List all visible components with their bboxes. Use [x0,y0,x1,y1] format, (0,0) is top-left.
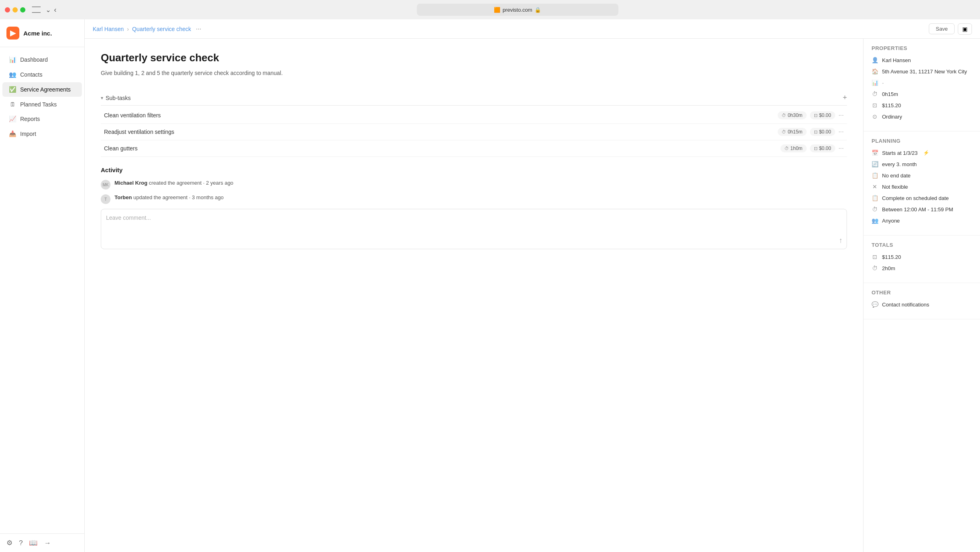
chevron-down-button[interactable]: ⌄ [46,6,51,14]
subtask-duration: 0h15m [788,129,803,135]
sidebar-item-contacts[interactable]: 👥 Contacts [2,67,82,82]
sidebar-item-planned-tasks[interactable]: 🗓 Planned Tasks [2,97,82,111]
breadcrumb-parent[interactable]: Karl Hansen [93,26,124,32]
avatar: MK [101,180,110,190]
activity-time: 3 months ago [192,194,224,200]
panel-toggle-button[interactable]: ▣ [958,23,972,35]
subtask-name: Readjust ventilation settings [104,129,774,135]
property-segment: 📊 - [872,79,972,86]
subtasks-label: ▾ Sub-tasks [101,95,131,101]
sidebar-toggle-icon[interactable] [32,6,41,13]
docs-button[interactable]: 📖 [29,539,37,547]
cost-icon: ⊡ [814,129,818,135]
sidebar-item-service-agreements[interactable]: ✅ Service Agreements [2,82,82,97]
minimize-button[interactable] [12,7,18,12]
table-row: Clean gutters ⏱ 1h0m ⊡ $0.00 ··· [101,140,847,157]
activity-user: Michael Krog [114,180,148,186]
task-title: Quarterly service check [101,52,847,64]
price-value: $115.20 [882,102,901,108]
activity-time: 2 years ago [206,180,233,186]
comment-box[interactable]: Leave comment... ↑ [101,209,847,249]
cost-icon: ⊡ [814,146,818,151]
planned-tasks-icon: 🗓 [9,101,16,108]
add-subtask-button[interactable]: + [843,94,847,102]
settings-button[interactable]: ⚙ [6,539,12,547]
end-date-value: No end date [882,173,911,179]
lock-icon: 🔒 [535,7,541,13]
subtask-more-button[interactable]: ··· [839,112,844,119]
contact-icon: 👤 [872,57,878,63]
traffic-lights [5,7,25,12]
totals-title: Totals [872,242,972,248]
totals-duration-value: 2h0m [882,265,895,271]
duration-icon: ⏱ [872,91,878,97]
reports-icon: 📈 [9,115,16,123]
priority-icon: ⊙ [872,113,878,120]
segment-value: - [882,80,884,86]
starts-value: Starts at 1/3/23 [882,150,918,156]
sidebar-item-reports[interactable]: 📈 Reports [2,112,82,126]
help-button[interactable]: ? [19,539,23,547]
comment-submit-button[interactable]: ↑ [839,236,843,245]
subtask-name: Clean gutters [104,145,777,152]
topbar: Karl Hansen › Quarterly service check ··… [85,19,980,39]
activity-action: created the agreement · [149,180,206,186]
activity-title: Activity [101,167,847,173]
logout-button[interactable]: → [44,539,51,547]
task-description: Give building 1, 2 and 5 the quarterly s… [101,69,847,77]
address-bar[interactable]: 🟧 previsto.com 🔒 [417,4,618,16]
totals-price-icon: ⊡ [872,254,878,260]
planning-end-date: 📋 No end date [872,172,972,179]
activity-user: Torben [114,194,132,200]
cost-icon: ⊡ [814,113,818,118]
planning-assignee: 👥 Anyone [872,217,972,224]
subtask-more-button[interactable]: ··· [839,128,844,135]
completion-value: Complete on scheduled date [882,195,949,201]
list-item: T Torben updated the agreement · 3 month… [101,194,847,204]
import-icon: 📥 [9,130,16,137]
contacts-icon: 👥 [9,71,16,78]
clock-icon: ⏱ [784,146,789,151]
sidebar-item-dashboard[interactable]: 📊 Dashboard [2,52,82,67]
end-date-icon: 📋 [872,172,878,179]
activity-text: Torben updated the agreement · 3 months … [114,194,224,200]
planning-section: Planning 📅 Starts at 1/3/23 ⚡ 🔄 every 3.… [863,131,980,235]
dashboard-icon: 📊 [9,56,16,63]
sidebar-item-import[interactable]: 📥 Import [2,127,82,141]
assignee-icon: 👥 [872,217,878,224]
totals-section: Totals ⊡ $115.20 ⏱ 2h0m [863,235,980,283]
logo-icon: ▶ [6,27,19,40]
address-text: previsto.com [503,7,533,13]
lightning-icon: ⚡ [923,150,929,156]
activity-action: updated the agreement · [133,194,192,200]
sidebar-nav: 📊 Dashboard 👥 Contacts ✅ Service Agreeme… [0,47,84,533]
totals-price: ⊡ $115.20 [872,254,972,260]
totals-price-value: $115.20 [882,254,901,260]
subtask-duration-badge: ⏱ 0h15m [778,128,807,136]
sidebar-bottom: ⚙ ? 📖 → [0,533,84,552]
subtask-duration-badge: ⏱ 1h0m [780,144,807,152]
subtask-cost: $0.00 [819,129,831,135]
content-area: Quarterly service check Give building 1,… [85,39,980,552]
app-layout: ▶ Acme inc. 📊 Dashboard 👥 Contacts ✅ Ser… [0,19,980,552]
back-button[interactable]: ‹ [54,6,56,14]
totals-duration-icon: ⏱ [872,265,878,271]
save-button[interactable]: Save [929,23,955,34]
maximize-button[interactable] [20,7,25,12]
breadcrumb-more-button[interactable]: ··· [196,25,201,33]
property-contact: 👤 Karl Hansen [872,57,972,63]
activity-text: Michael Krog created the agreement · 2 y… [114,180,233,186]
subtasks-section-label: Sub-tasks [106,95,131,101]
subtask-duration-badge: ⏱ 0h30m [778,111,807,119]
planning-time-window: ⏱ Between 12:00 AM - 11:59 PM [872,206,972,212]
other-title: Other [872,290,972,296]
titlebar: ⌄ ‹ 🟧 previsto.com 🔒 [0,0,980,19]
planning-recurrence: 🔄 every 3. month [872,161,972,167]
subtask-cost: $0.00 [819,146,831,151]
property-price: ⊡ $115.20 [872,102,972,108]
close-button[interactable] [5,7,10,12]
subtask-more-button[interactable]: ··· [839,145,844,152]
notification-icon: 💬 [872,301,878,308]
subtask-cost-badge: ⊡ $0.00 [810,128,835,136]
sidebar-item-label: Service Agreements [20,86,71,93]
